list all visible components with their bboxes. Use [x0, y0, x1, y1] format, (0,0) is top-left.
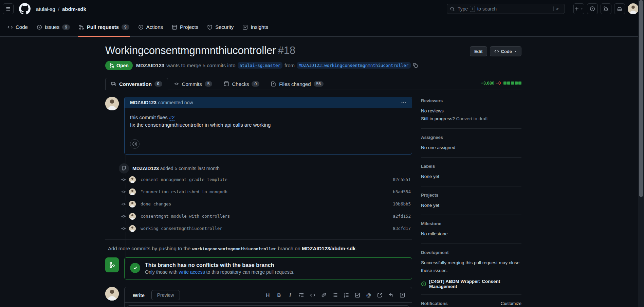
pr-header: Workingconsentmgnmnthiucontroller#18 Edi…	[105, 44, 521, 90]
inbox-button[interactable]	[614, 3, 625, 14]
nav-item-security[interactable]: Security	[204, 18, 237, 36]
commit-message-link[interactable]: done changes	[141, 201, 171, 206]
tab-files-changed[interactable]: Files changed 56	[265, 78, 329, 90]
create-new-button[interactable]	[573, 3, 584, 14]
merge-status-subtext: Only those with write access to this rep…	[145, 269, 294, 275]
commit-message-link[interactable]: working consentmgnthiucontroller	[141, 226, 222, 231]
nav-item-insights[interactable]: Insights	[239, 18, 272, 36]
labels-heading[interactable]: Labels	[421, 164, 521, 169]
comment-options-button[interactable]	[401, 100, 406, 105]
slash-key-hint: /	[470, 6, 475, 12]
base-branch-chip[interactable]: atulai-sg:master	[238, 62, 282, 69]
commit-author-avatar[interactable]	[129, 213, 136, 220]
add-reaction-button[interactable]	[130, 139, 140, 149]
issue-2-link[interactable]: #2	[169, 114, 175, 121]
tab-commits[interactable]: Commits 5	[168, 78, 218, 90]
scrollbar-thumb[interactable]	[639, 0, 643, 197]
commits-author-link[interactable]: MDZAID123	[132, 166, 159, 171]
convert-to-draft-link[interactable]: Convert to draft	[456, 116, 488, 121]
comment-author-avatar[interactable]	[105, 97, 119, 110]
bold-button[interactable]: B	[274, 290, 284, 300]
commit-author-avatar[interactable]	[129, 225, 136, 232]
nav-item-actions[interactable]: Actions	[135, 18, 166, 36]
pr-author-link[interactable]: MDZAID123	[136, 62, 164, 68]
commit-hash-link[interactable]: 83cfd17	[393, 226, 411, 231]
ordered-list-button[interactable]	[342, 290, 351, 300]
nav-item-projects[interactable]: Projects	[168, 18, 202, 36]
sidebar-section-labels: Labels None yet	[421, 162, 521, 186]
command-palette-icon[interactable]: >_	[553, 6, 562, 11]
comment-textarea[interactable]	[127, 305, 409, 307]
git-pull-request-icon	[603, 6, 609, 12]
global-search-input[interactable]: Type / to search >_	[447, 4, 565, 14]
check-icon	[130, 263, 140, 273]
commits-timestamp[interactable]: last month	[198, 166, 220, 171]
tab-checks[interactable]: Checks 0	[218, 78, 265, 90]
breadcrumb-repo[interactable]: abdm-sdk	[62, 6, 86, 12]
commit-message-link[interactable]: consentmgnt module with controllers	[141, 214, 230, 219]
linked-issue[interactable]: [C4GT] ABDM Wrapper: Consent Management	[421, 279, 521, 289]
plus-icon	[574, 6, 579, 11]
commits-group: MDZAID123 added 5 commits last month con…	[105, 163, 412, 235]
hamburger-menu-button[interactable]	[3, 3, 14, 14]
code-button[interactable]	[308, 290, 317, 300]
reply-button[interactable]	[386, 290, 396, 300]
unordered-list-button[interactable]	[330, 290, 340, 300]
sidebar-section-milestone: Milestone No milestone	[421, 220, 521, 244]
head-branch-chip[interactable]: MDZAID123:workingconsentmgnmnthiucontrol…	[297, 62, 411, 69]
commit-hash-link[interactable]: 02c5551	[393, 177, 411, 182]
search-icon	[450, 6, 455, 12]
link-button[interactable]	[319, 290, 329, 300]
commit-author-avatar[interactable]	[129, 188, 136, 195]
milestone-heading[interactable]: Milestone	[421, 221, 521, 226]
comment-discussion-icon	[111, 81, 116, 87]
development-heading: Development	[421, 250, 521, 255]
quote-button[interactable]	[297, 290, 306, 300]
edit-button[interactable]: Edit	[470, 46, 487, 56]
slash-commands-button[interactable]	[398, 290, 407, 300]
commit-hash-link[interactable]: b3ad554	[393, 189, 411, 194]
sidebar-section-notifications: Notifications Customize Unsubscribe	[421, 300, 521, 307]
italic-button[interactable]: I	[286, 290, 295, 300]
mention-button[interactable]: @	[364, 290, 373, 300]
breadcrumb-owner[interactable]: atulai-sg	[36, 6, 55, 12]
push-note-repo-link[interactable]: MDZAID123/abdm-sdk	[302, 246, 355, 251]
heading-button[interactable]: H	[263, 290, 273, 300]
commit-message-link[interactable]: "connection established to mongodb	[141, 189, 227, 194]
tab-conversation[interactable]: Conversation 0	[105, 78, 168, 90]
pull-requests-dashboard-button[interactable]	[601, 3, 611, 14]
issues-dashboard-button[interactable]	[587, 3, 598, 14]
files-changed-count: 56	[314, 81, 324, 87]
projects-empty-text: None yet	[421, 202, 521, 210]
milestone-empty-text: No milestone	[421, 230, 521, 238]
comment-author-link[interactable]: MDZAID123	[130, 100, 157, 105]
cross-reference-button[interactable]	[375, 290, 385, 300]
current-user-avatar[interactable]	[105, 287, 119, 301]
tab-write[interactable]: Write	[127, 290, 150, 302]
comment-timestamp[interactable]: now	[184, 100, 193, 105]
code-dropdown-button[interactable]: Code	[490, 46, 522, 56]
commit-message-link[interactable]: consent management gradle template	[141, 177, 227, 182]
sidebar-section-reviewers: Reviewers No reviews Still in progress? …	[421, 97, 521, 129]
nav-item-pull-requests[interactable]: Pull requests 9	[75, 18, 133, 36]
git-commit-icon	[174, 81, 179, 87]
write-access-link[interactable]: write access	[179, 269, 205, 275]
commit-hash-link[interactable]: a2fd152	[393, 214, 411, 219]
notifications-heading: Notifications	[421, 301, 448, 306]
assignees-heading[interactable]: Assignees	[421, 135, 521, 140]
nav-item-code[interactable]: Code	[4, 18, 31, 36]
diffstat[interactable]: +3,680 −0	[481, 80, 521, 90]
customize-link[interactable]: Customize	[501, 301, 521, 306]
tab-preview[interactable]: Preview	[151, 290, 180, 300]
commit-author-avatar[interactable]	[129, 176, 136, 183]
projects-heading[interactable]: Projects	[421, 193, 521, 198]
nav-item-issues[interactable]: Issues 9	[33, 18, 73, 36]
commit-author-avatar[interactable]	[129, 201, 136, 207]
reviewers-heading[interactable]: Reviewers	[421, 98, 521, 103]
user-avatar[interactable]	[628, 3, 639, 14]
commit-hash-link[interactable]: 10b6bb5	[393, 201, 411, 206]
copy-branch-button[interactable]	[413, 63, 418, 68]
github-logo[interactable]	[19, 3, 31, 15]
merge-status-title: This branch has no conflicts with the ba…	[145, 262, 294, 268]
tasklist-button[interactable]	[353, 290, 362, 300]
